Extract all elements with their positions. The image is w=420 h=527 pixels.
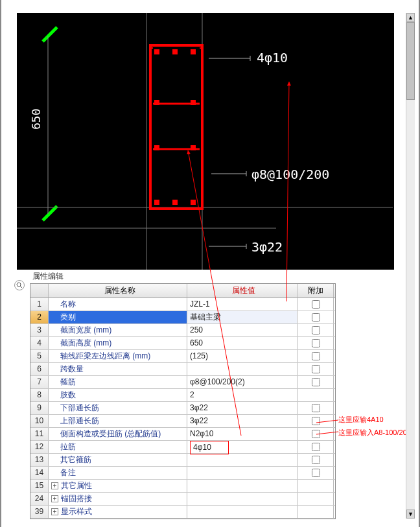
row-name[interactable]: 下部通长筋 xyxy=(49,402,187,414)
row-value[interactable]: JZL-1 xyxy=(187,298,298,310)
row-extra xyxy=(298,480,334,492)
row-value[interactable] xyxy=(187,480,298,492)
row-value[interactable]: 3φ22 xyxy=(187,415,298,427)
row-value[interactable] xyxy=(187,493,298,505)
header-name[interactable]: 属性名称 xyxy=(49,284,187,298)
row-extra xyxy=(298,337,334,349)
row-value[interactable]: 650 xyxy=(187,337,298,349)
extra-checkbox[interactable] xyxy=(312,443,320,451)
row-name[interactable]: 轴线距梁左边线距离 (mm) xyxy=(49,350,187,362)
extra-checkbox[interactable] xyxy=(312,313,320,322)
extra-checkbox[interactable] xyxy=(312,404,320,412)
row-extra xyxy=(298,428,334,440)
scroll-up-button[interactable]: ▲ xyxy=(406,13,415,22)
row-value[interactable]: 3φ22 xyxy=(187,402,298,414)
table-row[interactable]: 39+显示样式 xyxy=(30,506,335,519)
scroll-down-button[interactable]: ▼ xyxy=(406,509,415,519)
row-name[interactable]: 截面宽度 (mm) xyxy=(49,324,187,336)
row-name[interactable]: 类别 xyxy=(49,311,187,323)
table-row[interactable]: 13其它箍筋 xyxy=(30,454,335,467)
row-value[interactable]: (125) xyxy=(187,350,298,362)
row-number: 4 xyxy=(30,337,49,349)
row-value[interactable]: 基础主梁 xyxy=(187,311,298,323)
scroll-thumb[interactable] xyxy=(406,22,415,100)
cad-label-bottom: 3φ22 xyxy=(251,239,283,255)
table-row[interactable]: 5轴线距梁左边线距离 (mm)(125) xyxy=(30,350,335,363)
table-row[interactable]: 24+锚固搭接 xyxy=(30,493,335,506)
annotation-note1: 这里应输4A10 xyxy=(338,415,384,425)
svg-line-27 xyxy=(20,286,22,288)
row-value[interactable]: N2φ10 xyxy=(187,428,298,440)
row-name[interactable]: 上部通长筋 xyxy=(49,415,187,427)
table-row[interactable]: 9下部通长筋3φ22 xyxy=(30,402,335,415)
row-extra xyxy=(298,441,334,453)
row-value[interactable]: 2 xyxy=(187,389,298,401)
row-number: 5 xyxy=(30,350,49,362)
table-row[interactable]: 11侧面构造或受扭筋 (总配筋值)N2φ10 xyxy=(30,428,335,441)
row-value[interactable] xyxy=(187,506,298,518)
header-extra[interactable]: 附加 xyxy=(298,284,334,298)
table-row[interactable]: 1名称JZL-1 xyxy=(30,298,335,311)
row-name[interactable]: 拉筋 xyxy=(49,441,187,453)
row-value[interactable] xyxy=(187,363,298,375)
extra-checkbox[interactable] xyxy=(312,365,320,373)
row-value[interactable] xyxy=(187,467,298,479)
row-name[interactable]: 名称 xyxy=(49,298,187,310)
svg-rect-22 xyxy=(191,145,196,150)
expand-icon[interactable]: + xyxy=(51,495,58,502)
row-name[interactable]: 截面高度 (mm) xyxy=(49,337,187,349)
row-value[interactable]: 4φ10 xyxy=(187,441,298,453)
row-name[interactable]: 侧面构造或受扭筋 (总配筋值) xyxy=(49,428,187,440)
table-row[interactable]: 10上部通长筋3φ22 xyxy=(30,415,335,428)
table-row[interactable]: 7箍筋φ8@100/200(2) xyxy=(30,376,335,389)
row-value[interactable]: φ8@100/200(2) xyxy=(187,376,298,388)
row-number: 13 xyxy=(30,454,49,466)
row-name[interactable]: +锚固搭接 xyxy=(49,493,187,505)
svg-rect-16 xyxy=(154,49,159,54)
row-name[interactable]: 跨数量 xyxy=(49,363,187,375)
extra-checkbox[interactable] xyxy=(312,300,320,309)
extra-checkbox[interactable] xyxy=(312,352,320,360)
row-name[interactable]: +其它属性 xyxy=(49,480,187,492)
row-number: 8 xyxy=(30,389,49,401)
search-icon[interactable] xyxy=(14,280,25,290)
expand-icon[interactable]: + xyxy=(51,482,58,489)
cad-viewport[interactable]: 4φ10 φ8@100/200 3φ22 650 xyxy=(17,13,394,270)
table-row[interactable]: 6跨数量 xyxy=(30,363,335,376)
row-number: 3 xyxy=(30,324,49,336)
row-name[interactable]: +显示样式 xyxy=(49,506,187,518)
extra-checkbox[interactable] xyxy=(312,430,320,438)
header-value[interactable]: 属性值 xyxy=(187,284,298,298)
row-number: 7 xyxy=(30,376,49,388)
table-row[interactable]: 14备注 xyxy=(30,467,335,480)
table-row[interactable]: 2类别基础主梁 xyxy=(30,311,335,324)
extra-checkbox[interactable] xyxy=(312,378,320,386)
row-number: 11 xyxy=(30,428,49,440)
row-name[interactable]: 箍筋 xyxy=(49,376,187,388)
row-name[interactable]: 肢数 xyxy=(49,389,187,401)
row-name[interactable]: 其它箍筋 xyxy=(49,454,187,466)
table-row[interactable]: 3截面宽度 (mm)250 xyxy=(30,324,335,337)
row-extra xyxy=(298,402,334,414)
table-row[interactable]: 15+其它属性 xyxy=(30,480,335,493)
extra-checkbox[interactable] xyxy=(312,339,320,347)
panel-title: 属性编辑 xyxy=(30,270,336,283)
extra-checkbox[interactable] xyxy=(312,469,320,477)
extra-checkbox[interactable] xyxy=(312,417,320,425)
row-number: 14 xyxy=(30,467,49,479)
row-value[interactable] xyxy=(187,454,298,466)
row-name[interactable]: 备注 xyxy=(49,467,187,479)
highlighted-value[interactable]: 4φ10 xyxy=(190,441,229,454)
extra-checkbox[interactable] xyxy=(312,456,320,464)
row-extra xyxy=(298,363,334,375)
table-row[interactable]: 4截面高度 (mm)650 xyxy=(30,337,335,350)
extra-checkbox[interactable] xyxy=(312,326,320,334)
expand-icon[interactable]: + xyxy=(51,508,58,515)
svg-rect-24 xyxy=(172,200,178,205)
row-value[interactable]: 250 xyxy=(187,324,298,336)
svg-rect-23 xyxy=(154,200,159,205)
table-row[interactable]: 8肢数2 xyxy=(30,389,335,402)
cad-dim-left: 650 xyxy=(29,108,43,130)
vertical-scrollbar[interactable]: ▲ ▼ xyxy=(406,13,415,519)
table-row[interactable]: 12拉筋4φ10 xyxy=(30,441,335,454)
